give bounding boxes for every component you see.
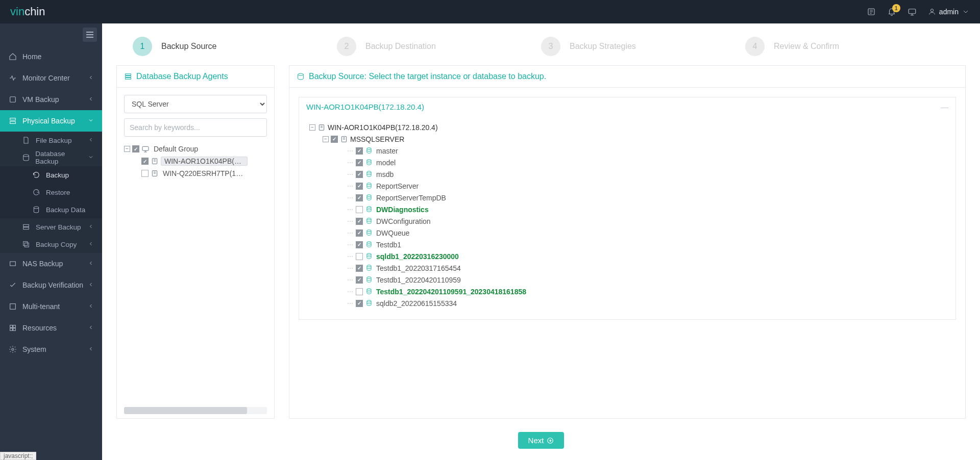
svg-point-37 xyxy=(367,253,371,255)
nav-backup-copy[interactable]: Backup Copy xyxy=(0,236,102,253)
instance-checkbox[interactable] xyxy=(331,136,338,143)
db-checkbox[interactable] xyxy=(356,265,363,272)
db-name[interactable]: ReportServerTempDB xyxy=(376,194,446,202)
tree-collapse[interactable]: − xyxy=(124,146,130,152)
sidebar-toggle[interactable] xyxy=(83,28,97,42)
collapse-icon[interactable]: — xyxy=(941,103,948,111)
host2-label[interactable]: WIN-Q220ESRH7TP(172.18.30.20) xyxy=(161,169,248,177)
log-icon[interactable] xyxy=(867,7,876,16)
db-name[interactable]: DWQueue xyxy=(376,229,409,237)
db-name[interactable]: master xyxy=(376,147,398,155)
db-name[interactable]: sqldb1_20220316230000 xyxy=(376,252,459,261)
host1-label[interactable]: WIN-AOR1O1K04PB(172.18.20.4) xyxy=(161,157,248,166)
nav-resources[interactable]: Resources xyxy=(0,317,102,339)
db-row: ⋯Testdb1_20220317165454 xyxy=(347,262,945,274)
db-name[interactable]: model xyxy=(376,159,396,167)
home-icon xyxy=(8,52,17,61)
step-backup-source[interactable]: 1 Backup Source xyxy=(133,37,337,56)
tree-collapse[interactable]: − xyxy=(309,124,315,131)
nav-backup[interactable]: Backup xyxy=(0,166,102,184)
db-checkbox[interactable] xyxy=(356,147,363,155)
topbar: vinchin 1 admin xyxy=(0,0,980,23)
host-root-label[interactable]: WIN-AOR1O1K04PB(172.18.20.4) xyxy=(328,123,438,132)
db-checkbox[interactable] xyxy=(356,206,363,213)
db-row: ⋯DWQueue xyxy=(347,227,945,239)
next-button[interactable]: Next xyxy=(518,432,565,449)
db-checkbox[interactable] xyxy=(356,241,363,248)
sidebar: Home Monitor Center VM Backup Physical B… xyxy=(0,23,102,460)
nav-monitor[interactable]: Monitor Center xyxy=(0,67,102,89)
chevron-left-icon xyxy=(88,137,94,144)
db-name[interactable]: DWDiagnostics xyxy=(376,206,429,214)
db-row: ⋯Testdb1 xyxy=(347,239,945,250)
database-icon xyxy=(297,72,305,81)
db-name[interactable]: Testdb1_20220420110959 xyxy=(376,276,461,284)
db-checkbox[interactable] xyxy=(356,218,363,225)
instance-label[interactable]: MSSQLSERVER xyxy=(350,135,404,143)
db-name[interactable]: DWConfiguration xyxy=(376,217,431,225)
svg-rect-15 xyxy=(13,325,16,328)
db-name[interactable]: Testdb1_202204201109591_20230418161858 xyxy=(376,288,526,296)
group-checkbox[interactable] xyxy=(132,145,139,152)
db-checkbox[interactable] xyxy=(356,276,363,284)
database-icon xyxy=(365,288,374,296)
svg-point-18 xyxy=(12,348,14,350)
db-name[interactable]: sqldb2_20220615155334 xyxy=(376,299,457,308)
db-checkbox[interactable] xyxy=(356,229,363,237)
tree-collapse[interactable]: − xyxy=(323,136,329,142)
db-name[interactable]: Testdb1 xyxy=(376,241,401,249)
nav-server-backup[interactable]: Server Backup xyxy=(0,218,102,236)
nav-restore[interactable]: Restore xyxy=(0,184,102,201)
db-checkbox[interactable] xyxy=(356,300,363,307)
database-icon xyxy=(365,229,374,237)
db-row: ⋯ReportServer xyxy=(347,180,945,192)
db-checkbox[interactable] xyxy=(356,194,363,201)
db-name[interactable]: ReportServer xyxy=(376,182,419,190)
db-checkbox[interactable] xyxy=(356,253,363,260)
nav-tenant[interactable]: Multi-tenant xyxy=(0,296,102,317)
db-type-select[interactable]: SQL Server xyxy=(124,95,267,113)
db-checkbox[interactable] xyxy=(356,171,363,178)
nav-database-backup[interactable]: Database Backup xyxy=(0,149,102,166)
db-row: ⋯DWConfiguration xyxy=(347,215,945,227)
user-menu[interactable]: admin xyxy=(928,8,970,16)
server-icon xyxy=(151,169,159,177)
agents-tree: − Default Group WIN-AOR1O1K04PB(172.18.2… xyxy=(124,143,267,180)
monitor-icon xyxy=(141,145,150,153)
nav-nas[interactable]: NAS Backup xyxy=(0,253,102,274)
nav-system[interactable]: System xyxy=(0,339,102,360)
svg-rect-22 xyxy=(142,146,149,150)
db-checkbox[interactable] xyxy=(356,288,363,295)
database-icon xyxy=(365,194,374,202)
agent-search-input[interactable] xyxy=(124,118,267,137)
agents-scrollbar[interactable] xyxy=(124,407,267,414)
svg-point-29 xyxy=(367,159,371,161)
nav-backup-data[interactable]: Backup Data xyxy=(0,201,102,218)
step-backup-strategies[interactable]: 3 Backup Strategies xyxy=(541,37,745,56)
db-name[interactable]: msdb xyxy=(376,170,394,178)
db-name[interactable]: Testdb1_20220317165454 xyxy=(376,264,461,272)
nav-physical[interactable]: Physical Backup xyxy=(0,110,102,132)
nav-file-backup[interactable]: File Backup xyxy=(0,132,102,149)
nav-verify[interactable]: Backup Verification xyxy=(0,274,102,296)
arrow-right-circle-icon xyxy=(547,437,554,444)
wizard-steps: 1 Backup Source 2 Backup Destination 3 B… xyxy=(102,23,980,65)
step-review-confirm[interactable]: 4 Review & Confirm xyxy=(745,37,949,56)
nav-vmbackup[interactable]: VM Backup xyxy=(0,89,102,110)
svg-rect-20 xyxy=(126,76,131,78)
group-label[interactable]: Default Group xyxy=(152,145,200,153)
db-checkbox[interactable] xyxy=(356,183,363,190)
nav-home[interactable]: Home xyxy=(0,46,102,67)
server-icon xyxy=(151,157,159,165)
bell-icon[interactable]: 1 xyxy=(887,7,896,16)
monitor-icon[interactable] xyxy=(908,7,917,16)
db-checkbox[interactable] xyxy=(356,159,363,166)
db-row: ⋯Testdb1_202204201109591_20230418161858 xyxy=(347,286,945,297)
host1-checkbox[interactable] xyxy=(141,158,149,165)
host2-checkbox[interactable] xyxy=(141,170,149,177)
backup-icon xyxy=(32,170,41,180)
step-backup-destination[interactable]: 2 Backup Destination xyxy=(337,37,541,56)
gear-icon xyxy=(8,345,17,354)
svg-point-6 xyxy=(23,155,29,157)
svg-rect-14 xyxy=(10,325,13,328)
